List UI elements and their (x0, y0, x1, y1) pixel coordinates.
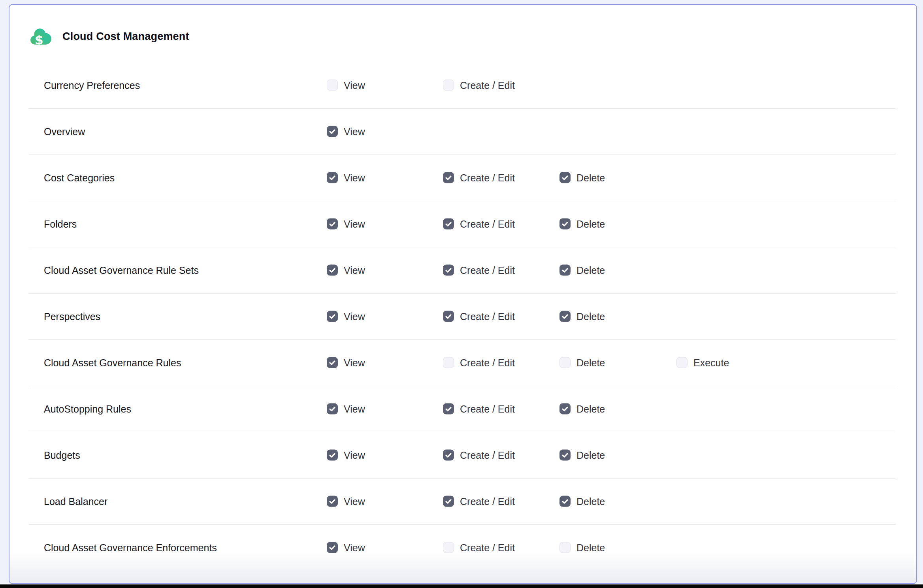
create-edit-checkbox[interactable] (443, 265, 454, 276)
delete-checkbox[interactable] (559, 403, 571, 415)
view-label: View (344, 403, 365, 415)
checkmark-icon (444, 405, 453, 413)
checkmark-icon (561, 266, 569, 275)
delete-permission: Delete (559, 403, 605, 415)
view-label: View (344, 496, 365, 507)
create-edit-label: Create / Edit (460, 449, 515, 461)
delete-label: Delete (576, 357, 605, 368)
checkmark-icon (444, 220, 453, 228)
checkmark-icon (561, 405, 569, 413)
resource-label: Folders (44, 218, 77, 230)
checkmark-icon (328, 358, 337, 367)
page: $ Cloud Cost Management Currency Prefere… (0, 0, 923, 588)
view-checkbox[interactable] (327, 496, 338, 507)
create-edit-checkbox[interactable] (443, 403, 454, 415)
delete-label: Delete (576, 172, 605, 183)
create-edit-checkbox[interactable] (443, 496, 454, 507)
checkmark-icon (328, 405, 337, 413)
checkmark-icon (444, 451, 453, 460)
permission-row: Folders ViewCreate / EditDelete (9, 201, 916, 247)
create-edit-label: Create / Edit (460, 218, 515, 230)
create-edit-checkbox[interactable] (443, 219, 454, 230)
create-edit-checkbox[interactable] (443, 311, 454, 322)
permission-row: Currency Preferences ViewCreate / Edit (9, 62, 916, 108)
view-checkbox[interactable] (327, 403, 338, 415)
view-checkbox[interactable] (327, 219, 338, 230)
view-label: View (344, 79, 365, 91)
delete-label: Delete (576, 496, 605, 507)
execute-label: Execute (693, 357, 729, 368)
create-edit-checkbox[interactable] (443, 172, 454, 183)
checkmark-icon (444, 497, 453, 506)
permission-row: Cloud Asset Governance Rules ViewCreate … (9, 339, 916, 386)
permission-row: Perspectives ViewCreate / EditDelete (9, 293, 916, 339)
view-permission: View (327, 449, 365, 461)
delete-checkbox[interactable] (559, 219, 571, 230)
checkmark-icon (328, 543, 337, 552)
delete-label: Delete (576, 264, 605, 276)
delete-permission: Delete (559, 311, 605, 322)
create-edit-permission: Create / Edit (443, 264, 515, 276)
delete-checkbox[interactable] (559, 496, 571, 507)
delete-checkbox[interactable] (559, 450, 571, 461)
resource-label: Budgets (44, 449, 80, 461)
create-edit-checkbox[interactable] (443, 450, 454, 461)
delete-checkbox[interactable] (559, 172, 571, 183)
execute-checkbox[interactable] (676, 357, 688, 368)
create-edit-checkbox[interactable] (443, 80, 454, 91)
view-label: View (344, 357, 365, 368)
delete-permission: Delete (559, 496, 605, 507)
permission-row: Cost Categories ViewCreate / EditDelete (9, 155, 916, 201)
permission-row: Load Balancer ViewCreate / EditDelete (9, 478, 916, 524)
checkmark-icon (561, 451, 569, 460)
view-permission: View (327, 403, 365, 415)
checkmark-icon (328, 173, 337, 182)
checkmark-icon (561, 497, 569, 506)
permission-row: Overview View (9, 108, 916, 155)
view-label: View (344, 449, 365, 461)
create-edit-label: Create / Edit (460, 357, 515, 368)
create-edit-permission: Create / Edit (443, 496, 515, 507)
permission-row: AutoStopping Rules ViewCreate / EditDele… (9, 386, 916, 432)
delete-permission: Delete (559, 449, 605, 461)
view-checkbox[interactable] (327, 80, 338, 91)
create-edit-label: Create / Edit (460, 79, 515, 91)
delete-label: Delete (576, 311, 605, 322)
create-edit-checkbox[interactable] (443, 357, 454, 368)
permission-row: Budgets ViewCreate / EditDelete (9, 432, 916, 478)
view-checkbox[interactable] (327, 311, 338, 322)
execute-permission: Execute (676, 357, 729, 368)
create-edit-permission: Create / Edit (443, 357, 515, 368)
resource-label: AutoStopping Rules (44, 403, 131, 415)
resource-label: Overview (44, 126, 85, 137)
view-checkbox[interactable] (327, 265, 338, 276)
permission-row: Cloud Asset Governance Rule Sets ViewCre… (9, 247, 916, 293)
create-edit-label: Create / Edit (460, 403, 515, 415)
permission-row: Cloud Asset Governance Enforcements View… (9, 524, 916, 571)
checkmark-icon (328, 266, 337, 275)
view-checkbox[interactable] (327, 172, 338, 183)
create-edit-checkbox[interactable] (443, 542, 454, 553)
checkmark-icon (444, 312, 453, 321)
delete-checkbox[interactable] (559, 357, 571, 368)
window-bottom-edge (0, 584, 923, 588)
checkmark-icon (328, 312, 337, 321)
delete-checkbox[interactable] (559, 265, 571, 276)
view-checkbox[interactable] (327, 450, 338, 461)
view-permission: View (327, 218, 365, 230)
view-permission: View (327, 357, 365, 368)
create-edit-label: Create / Edit (460, 496, 515, 507)
cloud-cost-management-card: $ Cloud Cost Management Currency Prefere… (9, 4, 917, 584)
dollar-glyph: $ (35, 33, 43, 47)
resource-label: Cloud Asset Governance Rules (44, 357, 181, 368)
view-label: View (344, 264, 365, 276)
view-permission: View (327, 264, 365, 276)
view-checkbox[interactable] (327, 542, 338, 553)
create-edit-permission: Create / Edit (443, 172, 515, 183)
view-checkbox[interactable] (327, 357, 338, 368)
delete-permission: Delete (559, 172, 605, 183)
delete-checkbox[interactable] (559, 542, 571, 553)
checkmark-icon (444, 173, 453, 182)
view-checkbox[interactable] (327, 126, 338, 137)
delete-checkbox[interactable] (559, 311, 571, 322)
